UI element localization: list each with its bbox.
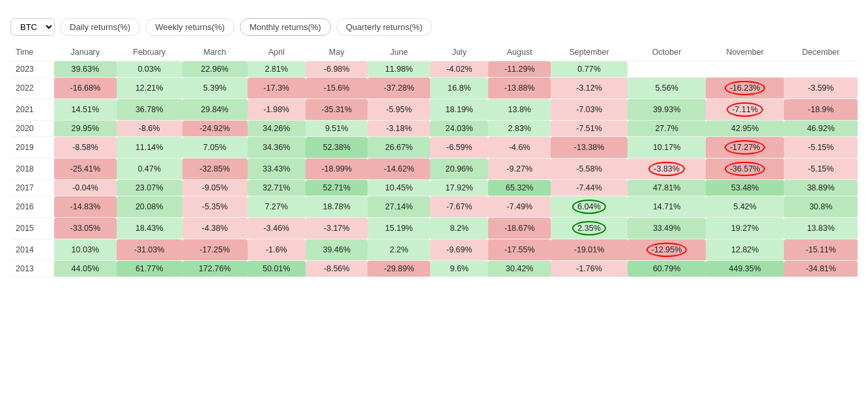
data-cell: -7.49% bbox=[488, 196, 551, 218]
data-cell: -17.3% bbox=[248, 78, 306, 99]
col-header-december: December bbox=[784, 44, 858, 61]
table-row: 202029.95%-8.6%-24.92%34.26%9.51%-3.18%2… bbox=[10, 121, 858, 137]
data-cell: -17.27% bbox=[706, 137, 784, 158]
data-cell: 10.03% bbox=[54, 239, 117, 261]
data-cell: -5.35% bbox=[182, 196, 248, 218]
table-row: 202339.63%0.03%22.96%2.81%-6.98%11.98%-4… bbox=[10, 61, 858, 78]
data-cell: 61.77% bbox=[117, 261, 182, 277]
year-cell: 2019 bbox=[10, 137, 54, 158]
col-header-august: August bbox=[488, 44, 551, 61]
data-cell: 6.04% bbox=[551, 196, 628, 218]
data-cell: 60.79% bbox=[628, 261, 706, 277]
data-cell: -1.76% bbox=[551, 261, 628, 277]
data-cell: 42.95% bbox=[706, 121, 784, 137]
table-row: 2015-33.05%18.43%-4.38%-3.46%-3.17%15.19… bbox=[10, 218, 858, 239]
tab-weekly[interactable]: Weekly returns(%) bbox=[145, 18, 235, 36]
data-cell: 27.14% bbox=[368, 196, 430, 218]
data-cell: -1.98% bbox=[248, 99, 306, 121]
table-row: 2018-25.41%0.47%-32.85%33.43%-18.99%-14.… bbox=[10, 158, 858, 180]
data-cell: 50.01% bbox=[248, 261, 306, 277]
data-cell: -7.67% bbox=[430, 196, 488, 218]
data-cell: 5.56% bbox=[628, 78, 706, 99]
data-cell: 2.83% bbox=[488, 121, 551, 137]
col-header-march: March bbox=[182, 44, 248, 61]
data-cell: 9.51% bbox=[306, 121, 368, 137]
col-header-time: Time bbox=[10, 44, 54, 61]
tab-quarterly[interactable]: Quarterly returns(%) bbox=[336, 18, 433, 36]
data-cell: 449.35% bbox=[706, 261, 784, 277]
data-cell: -8.58% bbox=[54, 137, 117, 158]
data-cell: -3.17% bbox=[306, 218, 368, 239]
data-cell: 14.51% bbox=[54, 99, 117, 121]
data-cell: 39.46% bbox=[306, 239, 368, 261]
tab-daily[interactable]: Daily returns(%) bbox=[60, 18, 140, 36]
data-cell: 23.07% bbox=[117, 180, 182, 196]
data-cell: -29.89% bbox=[368, 261, 430, 277]
data-cell: 33.49% bbox=[628, 218, 706, 239]
data-cell: -13.38% bbox=[551, 137, 628, 158]
data-cell: 12.82% bbox=[706, 239, 784, 261]
data-cell: 53.48% bbox=[706, 180, 784, 196]
tab-monthly[interactable]: Monthly returns(%) bbox=[240, 18, 331, 36]
data-cell: 20.96% bbox=[430, 158, 488, 180]
col-header-november: November bbox=[706, 44, 784, 61]
data-cell: 29.95% bbox=[54, 121, 117, 137]
year-cell: 2018 bbox=[10, 158, 54, 180]
data-cell: 8.2% bbox=[430, 218, 488, 239]
data-cell: -9.05% bbox=[182, 180, 248, 196]
data-cell: -31.03% bbox=[117, 239, 182, 261]
data-cell: 38.89% bbox=[784, 180, 858, 196]
year-cell: 2017 bbox=[10, 180, 54, 196]
data-cell: 11.98% bbox=[368, 61, 430, 78]
ticker-select[interactable]: BTC bbox=[10, 18, 55, 36]
data-cell: 18.43% bbox=[117, 218, 182, 239]
data-cell: -3.83% bbox=[628, 158, 706, 180]
data-cell: 26.67% bbox=[368, 137, 430, 158]
data-cell: -32.85% bbox=[182, 158, 248, 180]
data-cell: -7.03% bbox=[551, 99, 628, 121]
data-cell: 5.39% bbox=[182, 78, 248, 99]
data-cell: 39.63% bbox=[54, 61, 117, 78]
data-cell: -14.62% bbox=[368, 158, 430, 180]
data-cell: -14.83% bbox=[54, 196, 117, 218]
table-row: 2019-8.58%11.14%7.05%34.36%52.38%26.67%-… bbox=[10, 137, 858, 158]
data-cell bbox=[784, 61, 858, 78]
data-cell: -4.02% bbox=[430, 61, 488, 78]
data-cell: -5.95% bbox=[368, 99, 430, 121]
data-cell: 18.19% bbox=[430, 99, 488, 121]
data-cell: -1.6% bbox=[248, 239, 306, 261]
data-cell: -15.6% bbox=[306, 78, 368, 99]
year-cell: 2021 bbox=[10, 99, 54, 121]
returns-table: TimeJanuaryFebruaryMarchAprilMayJuneJuly… bbox=[10, 44, 858, 277]
table-row: 2017-0.04%23.07%-9.05%32.71%52.71%10.45%… bbox=[10, 180, 858, 196]
data-cell: -3.46% bbox=[248, 218, 306, 239]
data-cell bbox=[628, 61, 706, 78]
data-cell: 0.77% bbox=[551, 61, 628, 78]
data-cell: -12.95% bbox=[628, 239, 706, 261]
table-row: 201344.05%61.77%172.76%50.01%-8.56%-29.8… bbox=[10, 261, 858, 277]
data-cell: -7.51% bbox=[551, 121, 628, 137]
data-cell: -3.59% bbox=[784, 78, 858, 99]
year-cell: 2013 bbox=[10, 261, 54, 277]
data-cell: -0.04% bbox=[54, 180, 117, 196]
data-cell: 13.83% bbox=[784, 218, 858, 239]
data-cell: -7.44% bbox=[551, 180, 628, 196]
data-cell: -37.28% bbox=[368, 78, 430, 99]
table-row: 201410.03%-31.03%-17.25%-1.6%39.46%2.2%-… bbox=[10, 239, 858, 261]
data-cell: -33.05% bbox=[54, 218, 117, 239]
data-cell: -5.15% bbox=[784, 158, 858, 180]
data-cell: 33.43% bbox=[248, 158, 306, 180]
data-cell: 16.8% bbox=[430, 78, 488, 99]
data-cell: 46.92% bbox=[784, 121, 858, 137]
data-cell: -6.98% bbox=[306, 61, 368, 78]
col-header-april: April bbox=[248, 44, 306, 61]
data-cell: 5.42% bbox=[706, 196, 784, 218]
data-cell: -18.99% bbox=[306, 158, 368, 180]
table-row: 2016-14.83%20.08%-5.35%7.27%18.78%27.14%… bbox=[10, 196, 858, 218]
data-cell: -4.6% bbox=[488, 137, 551, 158]
data-cell: -15.11% bbox=[784, 239, 858, 261]
data-cell: -16.23% bbox=[706, 78, 784, 99]
data-cell: -8.6% bbox=[117, 121, 182, 137]
data-cell: -4.38% bbox=[182, 218, 248, 239]
col-header-september: September bbox=[551, 44, 628, 61]
